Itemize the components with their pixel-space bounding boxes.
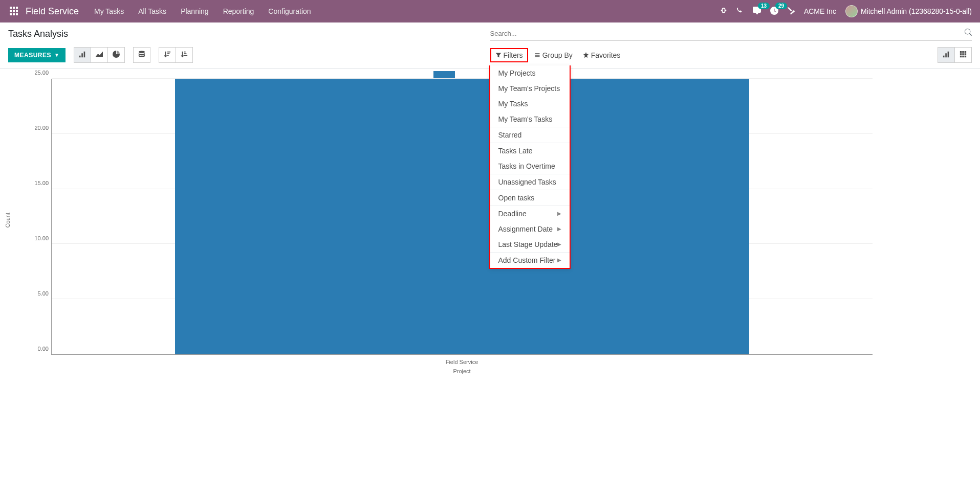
caret-down-icon: ▼ <box>54 52 59 58</box>
filter-last-stage-update[interactable]: Last Stage Update▶ <box>490 237 570 252</box>
svg-point-0 <box>139 51 145 53</box>
stacked-button[interactable] <box>133 47 150 63</box>
sort-asc-button[interactable] <box>176 47 193 63</box>
nav-configuration[interactable]: Configuration <box>268 7 311 15</box>
sort-desc-button[interactable] <box>159 47 176 63</box>
filter-open-tasks[interactable]: Open tasks <box>490 190 570 206</box>
filter-my-projects[interactable]: My Projects <box>490 65 570 81</box>
x-category-label: Field Service <box>51 359 873 365</box>
filter-my-teams-tasks[interactable]: My Team's Tasks <box>490 111 570 127</box>
activities-icon[interactable]: 29 <box>770 7 778 16</box>
y-tick: 25.00 <box>34 70 49 76</box>
favorites-toggle[interactable]: Favorites <box>579 48 625 62</box>
y-axis: 0.00 5.00 10.00 15.00 20.00 25.00 <box>31 79 51 355</box>
groupby-toggle[interactable]: Group By <box>530 48 577 62</box>
filter-icon <box>495 52 502 58</box>
pie-chart-button[interactable] <box>107 47 125 63</box>
filter-tasks-overtime[interactable]: Tasks in Overtime <box>490 158 570 174</box>
filter-deadline[interactable]: Deadline▶ <box>490 206 570 221</box>
list-icon <box>534 52 540 58</box>
search-icon[interactable] <box>965 29 972 37</box>
control-panel: Tasks Analysis MEASURES ▼ <box>0 22 980 69</box>
y-tick: 10.00 <box>34 235 49 241</box>
filter-my-tasks[interactable]: My Tasks <box>490 96 570 111</box>
nav-planning[interactable]: Planning <box>181 7 209 15</box>
bar-field-service[interactable] <box>175 79 750 354</box>
main-navbar: Field Service My Tasks All Tasks Plannin… <box>0 0 980 22</box>
bar-chart-button[interactable] <box>74 47 91 63</box>
plot-area <box>51 79 873 355</box>
chart-legend <box>433 71 455 78</box>
navbar-right: 13 29 ACME Inc Mitchell Admin (12368280-… <box>720 5 972 17</box>
filters-dropdown: My Projects My Team's Projects My Tasks … <box>489 65 571 269</box>
x-axis-label: Project <box>51 368 873 374</box>
company-name[interactable]: ACME Inc <box>804 7 836 15</box>
filter-assignment-date[interactable]: Assignment Date▶ <box>490 221 570 237</box>
search-panel: Filters Group By Favorites My Projects M… <box>490 48 625 62</box>
filters-toggle[interactable]: Filters <box>490 48 528 62</box>
filter-tasks-late[interactable]: Tasks Late <box>490 143 570 158</box>
chevron-right-icon: ▶ <box>557 241 561 247</box>
filter-unassigned[interactable]: Unassigned Tasks <box>490 174 570 190</box>
activities-badge: 29 <box>775 3 787 9</box>
avatar <box>845 5 858 17</box>
graph-view-button[interactable] <box>938 47 955 63</box>
chevron-right-icon: ▶ <box>557 226 561 232</box>
line-chart-button[interactable] <box>91 47 108 63</box>
phone-icon[interactable] <box>736 7 744 16</box>
view-switcher <box>938 47 972 63</box>
measures-label: MEASURES <box>14 52 51 59</box>
groupby-label: Group By <box>542 51 573 59</box>
messages-icon[interactable]: 13 <box>753 7 761 16</box>
chart-container: Count 0.00 5.00 10.00 15.00 20.00 25.00 … <box>15 79 873 385</box>
apps-icon[interactable] <box>8 5 20 17</box>
page-title: Tasks Analysis <box>8 29 490 39</box>
y-axis-label: Count <box>5 213 11 227</box>
nav-all-tasks[interactable]: All Tasks <box>138 7 166 15</box>
user-menu[interactable]: Mitchell Admin (12368280-15-0-all) <box>845 5 972 17</box>
pivot-view-button[interactable] <box>954 47 972 63</box>
y-tick: 0.00 <box>38 346 49 352</box>
app-brand[interactable]: Field Service <box>26 6 79 17</box>
user-name-label: Mitchell Admin (12368280-15-0-all) <box>861 7 972 15</box>
filters-label: Filters <box>504 51 523 59</box>
y-tick: 20.00 <box>34 125 49 131</box>
messages-badge: 13 <box>758 3 770 9</box>
debug-icon[interactable] <box>720 7 727 16</box>
filter-starred[interactable]: Starred <box>490 127 570 143</box>
filter-my-teams-projects[interactable]: My Team's Projects <box>490 81 570 96</box>
y-tick: 15.00 <box>34 180 49 186</box>
chevron-right-icon: ▶ <box>557 257 561 263</box>
tools-icon[interactable] <box>788 7 795 16</box>
measures-button[interactable]: MEASURES ▼ <box>8 48 66 62</box>
chevron-right-icon: ▶ <box>557 211 561 216</box>
legend-swatch <box>433 71 455 78</box>
navbar-menu: My Tasks All Tasks Planning Reporting Co… <box>94 7 311 15</box>
search-container <box>490 27 972 41</box>
star-icon <box>583 52 589 58</box>
nav-reporting[interactable]: Reporting <box>223 7 254 15</box>
y-tick: 5.00 <box>38 290 49 297</box>
search-input[interactable] <box>490 27 972 40</box>
nav-my-tasks[interactable]: My Tasks <box>94 7 124 15</box>
filter-add-custom[interactable]: Add Custom Filter▶ <box>490 253 570 268</box>
favorites-label: Favorites <box>591 51 621 59</box>
